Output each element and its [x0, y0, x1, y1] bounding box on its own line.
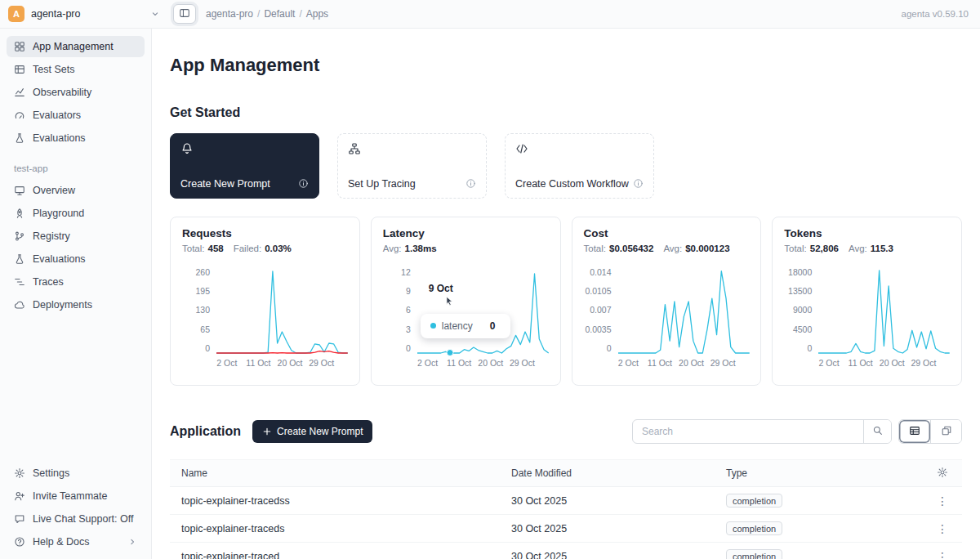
- metric-stat: Avg:1.38ms: [383, 244, 437, 253]
- table-row[interactable]: topic-explainer-tracedss30 Oct 2025compl…: [170, 487, 962, 515]
- x-tick-label: 2 Oct: [819, 358, 840, 368]
- sidebar-item-label: Traces: [33, 276, 137, 288]
- plot[interactable]: [216, 268, 348, 353]
- sidebar-item-evaluators[interactable]: Evaluators: [7, 105, 145, 126]
- x-tick-label: 2 Oct: [417, 358, 438, 368]
- monitor-icon: [14, 185, 25, 196]
- chart-line-tokens: [818, 271, 950, 353]
- plot-area: 2 Oct11 Oct20 Oct29 Oct: [818, 268, 950, 369]
- breadcrumb-separator: /: [299, 8, 301, 20]
- hover-point-dot: [446, 349, 453, 356]
- mini-line-chart: 18000135009000450002 Oct11 Oct20 Oct29 O…: [784, 268, 950, 369]
- sidebar-nav-main: App ManagementTest SetsObservabilityEval…: [7, 36, 145, 149]
- list-icon: [14, 64, 25, 75]
- branch-icon: [14, 230, 25, 242]
- x-axis: 2 Oct11 Oct20 Oct29 Oct: [417, 358, 549, 369]
- table-view-button[interactable]: [899, 420, 930, 443]
- sidebar-item-playground[interactable]: Playground: [7, 203, 145, 224]
- breadcrumb-separator: /: [257, 8, 260, 20]
- x-tick-label: 29 Oct: [510, 358, 535, 368]
- row-actions-button[interactable]: ⋮: [923, 550, 962, 559]
- sidebar-item-overview[interactable]: Overview: [7, 180, 145, 201]
- row-actions-button[interactable]: ⋮: [923, 522, 962, 535]
- sidebar-item-invite-teammate[interactable]: Invite Teammate: [7, 485, 145, 507]
- table-controls: [632, 419, 962, 444]
- column-header-date-modified[interactable]: Date Modified: [500, 467, 715, 479]
- sidebar-item-label: Live Chat Support: Off: [33, 513, 137, 525]
- sidebar-item-registry[interactable]: Registry: [7, 226, 145, 247]
- plot[interactable]: [618, 268, 750, 353]
- card-view-button[interactable]: [930, 420, 961, 443]
- sidebar-item-observability[interactable]: Observability: [7, 82, 145, 103]
- row-actions-button[interactable]: ⋮: [923, 494, 962, 508]
- sidebar-item-test-sets[interactable]: Test Sets: [7, 59, 145, 80]
- sidebar-item-evaluations[interactable]: Evaluations: [7, 248, 145, 270]
- workspace-name: agenta-pro: [31, 8, 144, 20]
- search-input[interactable]: [633, 420, 863, 443]
- table-settings-button[interactable]: [923, 467, 962, 481]
- gear-icon: [937, 467, 948, 481]
- sidebar-item-settings[interactable]: Settings: [7, 463, 145, 484]
- question-icon: [14, 536, 25, 548]
- sidebar-item-help-docs[interactable]: Help & Docs: [7, 531, 145, 552]
- metric-card-title: Requests: [182, 227, 348, 239]
- search-icon: [872, 425, 883, 438]
- info-icon: [466, 178, 476, 189]
- metric-card-cost: CostTotal:$0.056432Avg:$0.0001230.0140.0…: [572, 217, 762, 386]
- cell-type: completion: [715, 521, 923, 535]
- metric-card-stats: Avg:1.38ms: [383, 244, 549, 253]
- stat-value: 1.38ms: [405, 244, 437, 253]
- sidebar-item-label: Invite Teammate: [33, 490, 137, 502]
- plot[interactable]: [818, 268, 950, 353]
- chart-line-cost: [618, 271, 750, 352]
- x-tick-label: 20 Oct: [880, 358, 905, 368]
- column-header-type[interactable]: Type: [715, 467, 923, 479]
- chevron-right-icon: [127, 537, 137, 547]
- y-axis: 129630: [383, 268, 411, 353]
- sidebar-item-evaluations[interactable]: Evaluations: [7, 127, 145, 149]
- plot[interactable]: [417, 268, 549, 353]
- stat-label: Avg:: [663, 244, 682, 253]
- table-view-icon: [909, 425, 920, 439]
- y-tick-label: 4500: [793, 325, 812, 334]
- y-tick-label: 6: [406, 306, 411, 315]
- metric-card-stats: Total:458Failed:0.03%: [182, 244, 348, 253]
- page-title: App Management: [170, 55, 962, 76]
- y-tick-label: 13500: [788, 287, 812, 296]
- workspace-selector[interactable]: A agenta-pro: [0, 0, 170, 28]
- sidebar-item-traces[interactable]: Traces: [7, 271, 145, 293]
- x-tick-label: 20 Oct: [478, 358, 503, 368]
- sidebar-item-deployments[interactable]: Deployments: [7, 294, 145, 315]
- sidebar: App ManagementTest SetsObservabilityEval…: [0, 28, 152, 559]
- metric-card-latency: LatencyAvg:1.38ms1296302 Oct11 Oct20 Oct…: [371, 217, 561, 386]
- x-tick-label: 20 Oct: [679, 358, 704, 368]
- metric-stat: Total:458: [182, 244, 224, 253]
- metric-stat: Avg:$0.000123: [663, 244, 729, 253]
- get-started-card-create-custom-workflow[interactable]: Create Custom Workflow: [505, 133, 654, 199]
- get-started-card-create-new-prompt[interactable]: Create New Prompt: [170, 133, 319, 199]
- stat-value: 458: [208, 244, 224, 253]
- breadcrumb-item-agenta-pro[interactable]: agenta-pro: [206, 8, 253, 20]
- get-started-card-set-up-tracing[interactable]: Set Up Tracing: [337, 133, 487, 199]
- sidebar-nav-app: OverviewPlaygroundRegistryEvaluationsTra…: [7, 180, 145, 315]
- search-button[interactable]: [863, 420, 891, 443]
- sidebar-item-app-management[interactable]: App Management: [7, 36, 145, 57]
- get-started-card-footer: Set Up Tracing: [348, 178, 476, 190]
- stat-label: Total:: [784, 244, 807, 253]
- sidebar-item-live-chat-support-off[interactable]: Live Chat Support: Off: [7, 508, 145, 530]
- sidebar-item-label: Overview: [33, 185, 137, 196]
- table-row[interactable]: topic-explainer-traced30 Oct 2025complet…: [170, 543, 962, 559]
- mini-line-chart: 0.0140.01050.0070.003502 Oct11 Oct20 Oct…: [584, 268, 750, 369]
- x-tick-label: 29 Oct: [309, 358, 334, 368]
- chart-tooltip: latency0: [421, 314, 510, 338]
- breadcrumb-item-apps[interactable]: Apps: [306, 8, 328, 20]
- breadcrumb-item-default[interactable]: Default: [264, 8, 295, 20]
- chart-line-icon: [14, 87, 25, 98]
- table-row[interactable]: topic-explainer-traceds30 Oct 2025comple…: [170, 515, 962, 543]
- sidebar-toggle-button[interactable]: [173, 4, 196, 24]
- cell-name: topic-explainer-traceds: [170, 523, 500, 534]
- column-header-name[interactable]: Name: [170, 467, 500, 479]
- flask-icon: [14, 132, 25, 144]
- y-tick-label: 0: [406, 344, 411, 353]
- create-new-prompt-button[interactable]: Create New Prompt: [252, 420, 372, 443]
